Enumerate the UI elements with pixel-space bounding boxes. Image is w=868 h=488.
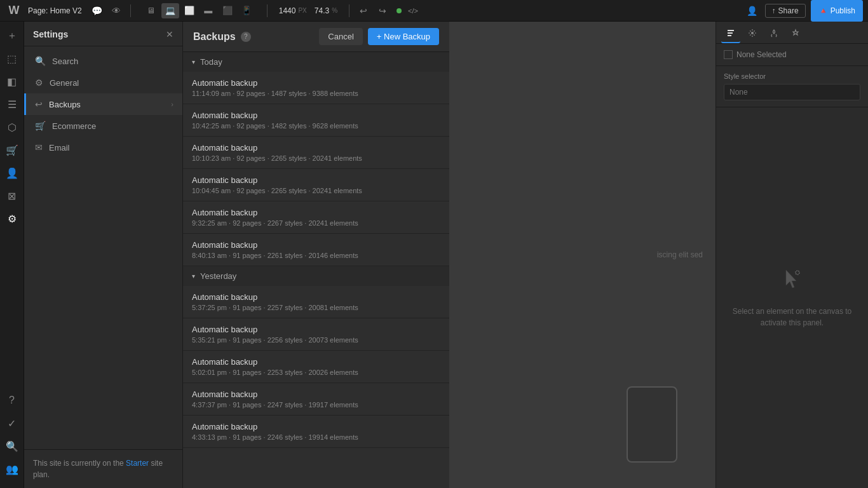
right-panel-tabs xyxy=(716,22,868,44)
tab-settings[interactable] xyxy=(743,24,762,43)
backup-item[interactable]: Automatic backup 4:37:37 pm · 91 pages ·… xyxy=(183,383,449,416)
settings-title: Settings xyxy=(33,29,68,39)
gear-icon: ⚙ xyxy=(35,78,43,88)
section-today-label: Today xyxy=(200,57,222,67)
cancel-button[interactable]: Cancel xyxy=(319,28,362,45)
backup-title: Automatic backup xyxy=(192,292,440,302)
backups-help-icon[interactable]: ? xyxy=(241,32,251,42)
share-button[interactable]: ↑ Share xyxy=(765,4,806,18)
tab-style[interactable] xyxy=(721,24,740,43)
sidebar-item-cms[interactable]: ⬡ xyxy=(2,117,22,137)
section-header-yesterday[interactable]: ▾ Yesterday xyxy=(183,266,449,286)
canvas-area[interactable]: iscing elit sed xyxy=(449,22,715,488)
sidebar-item-community[interactable]: 👥 xyxy=(2,459,22,479)
right-panel: None Selected Style selector Select an e… xyxy=(715,22,868,488)
sidebar-item-apps[interactable]: ⊠ xyxy=(2,186,22,206)
backup-item[interactable]: Automatic backup 5:02:01 pm · 91 pages ·… xyxy=(183,351,449,383)
device-tablet-landscape[interactable]: ⬜ xyxy=(180,3,198,18)
right-panel-empty-state: Select an element on the canvas to activ… xyxy=(716,107,868,488)
backup-item[interactable]: Automatic backup 4:33:13 pm · 91 pages ·… xyxy=(183,416,449,448)
device-buttons: 🖥 💻 ⬜ ▬ ⬛ 📱 xyxy=(142,3,255,18)
user-icon[interactable]: 👤 xyxy=(745,3,760,18)
settings-nav-email[interactable]: ✉ Email xyxy=(24,137,182,158)
app-logo: W xyxy=(5,2,23,20)
zoom-unit: % xyxy=(332,7,337,14)
backup-meta: 8:40:13 am · 91 pages · 2261 styles · 20… xyxy=(192,252,440,259)
sidebar-item-help[interactable]: ? xyxy=(2,390,22,410)
backup-title: Automatic backup xyxy=(192,390,440,399)
none-selected-label: None Selected xyxy=(736,50,787,59)
publish-button[interactable]: 🔺 Publish xyxy=(811,0,863,22)
backup-title: Automatic backup xyxy=(192,422,440,431)
redo-icon[interactable]: ↪ xyxy=(375,3,390,18)
backup-item[interactable]: Automatic backup 10:04:45 am · 92 pages … xyxy=(183,169,449,201)
backup-meta: 4:37:37 pm · 91 pages · 2247 styles · 19… xyxy=(192,401,440,409)
divider2 xyxy=(267,4,268,17)
settings-nav: 🔍 Search ⚙ General ↩ Backups › 🛒 Ecommer… xyxy=(24,46,182,449)
section-header-today[interactable]: ▾ Today xyxy=(183,52,449,72)
history-icon[interactable]: 💬 xyxy=(90,3,105,18)
backup-title: Automatic backup xyxy=(192,143,440,152)
tab-interactions[interactable] xyxy=(764,24,783,43)
sidebar-item-search[interactable]: 🔍 xyxy=(2,436,22,456)
style-selector-input[interactable] xyxy=(724,84,860,100)
device-mobile-landscape[interactable]: ⬛ xyxy=(219,3,236,18)
backups-header: Backups ? Cancel + New Backup xyxy=(183,22,449,52)
settings-nav-ecommerce-label: Ecommerce xyxy=(52,121,96,131)
footer-text: This site is currently on the xyxy=(33,459,126,468)
sidebar-item-ecommerce[interactable]: 🛒 xyxy=(2,140,22,160)
backup-item[interactable]: Automatic backup 8:40:13 am · 91 pages ·… xyxy=(183,234,449,266)
sidebar-item-settings[interactable]: ⚙ xyxy=(2,208,22,229)
section-yesterday-label: Yesterday xyxy=(200,271,236,281)
style-selector-section: Style selector xyxy=(716,66,868,107)
backup-item[interactable]: Automatic backup 10:42:25 am · 92 pages … xyxy=(183,104,449,137)
sidebar-item-assets[interactable]: ☰ xyxy=(2,94,22,114)
undo-icon[interactable]: ↩ xyxy=(356,3,371,18)
backup-title: Automatic backup xyxy=(192,208,440,217)
status-dot xyxy=(397,8,402,13)
settings-nav-search[interactable]: 🔍 Search xyxy=(24,50,182,72)
starter-link[interactable]: Starter xyxy=(126,459,149,468)
backups-title: Backups xyxy=(193,31,236,43)
backup-item[interactable]: Automatic backup 11:14:09 am · 92 pages … xyxy=(183,72,449,104)
code-icon[interactable]: </> xyxy=(405,3,421,18)
backup-title: Automatic backup xyxy=(192,175,440,185)
backups-icon: ↩ xyxy=(35,99,43,109)
settings-nav-backups[interactable]: ↩ Backups › xyxy=(24,93,182,115)
settings-nav-ecommerce[interactable]: 🛒 Ecommerce xyxy=(24,115,182,137)
device-mobile[interactable]: 📱 xyxy=(238,3,255,18)
backup-meta: 5:37:25 pm · 91 pages · 2257 styles · 20… xyxy=(192,304,440,311)
settings-nav-backups-label: Backups xyxy=(49,100,81,109)
svg-point-0 xyxy=(751,32,754,34)
sidebar-item-members[interactable]: 👤 xyxy=(2,163,22,183)
new-backup-button[interactable]: + New Backup xyxy=(368,28,439,45)
device-large-screen[interactable]: 🖥 xyxy=(142,3,160,18)
backup-item[interactable]: Automatic backup 10:10:23 am · 92 pages … xyxy=(183,137,449,169)
sidebar-item-navigator[interactable]: ◧ xyxy=(2,71,22,92)
chevron-down-icon: ▾ xyxy=(192,273,195,280)
backup-title: Automatic backup xyxy=(192,78,440,88)
main-area: ＋ ⬚ ◧ ☰ ⬡ 🛒 👤 ⊠ ⚙ ? ✓ 🔍 👥 Settings ✕ 🔍 S… xyxy=(0,22,868,488)
settings-nav-general[interactable]: ⚙ General xyxy=(24,72,182,93)
device-tablet[interactable]: ▬ xyxy=(200,3,217,18)
divider xyxy=(130,4,131,17)
sidebar-item-add[interactable]: ＋ xyxy=(2,25,22,46)
backup-title: Automatic backup xyxy=(192,325,440,334)
email-icon: ✉ xyxy=(35,142,43,152)
page-label: Page: Home V2 xyxy=(28,6,82,15)
settings-close-button[interactable]: ✕ xyxy=(166,29,173,39)
icon-sidebar: ＋ ⬚ ◧ ☰ ⬡ 🛒 👤 ⊠ ⚙ ? ✓ 🔍 👥 xyxy=(0,22,24,488)
backup-meta: 5:35:21 pm · 91 pages · 2256 styles · 20… xyxy=(192,336,440,344)
tab-effects[interactable] xyxy=(786,24,805,43)
sidebar-item-tasks[interactable]: ✓ xyxy=(2,413,22,433)
backup-item[interactable]: Automatic backup 5:35:21 pm · 91 pages ·… xyxy=(183,318,449,351)
backup-item[interactable]: Automatic backup 9:32:25 am · 92 pages ·… xyxy=(183,201,449,234)
eye-icon[interactable]: 👁 xyxy=(109,3,124,18)
backup-item[interactable]: Automatic backup 5:37:25 pm · 91 pages ·… xyxy=(183,286,449,318)
device-desktop[interactable]: 💻 xyxy=(161,3,179,18)
backup-title: Automatic backup xyxy=(192,240,440,250)
share-icon: ↑ xyxy=(772,6,776,15)
width-unit: PX xyxy=(298,7,306,14)
none-selected-checkbox xyxy=(724,50,733,59)
sidebar-item-pages[interactable]: ⬚ xyxy=(2,48,22,69)
